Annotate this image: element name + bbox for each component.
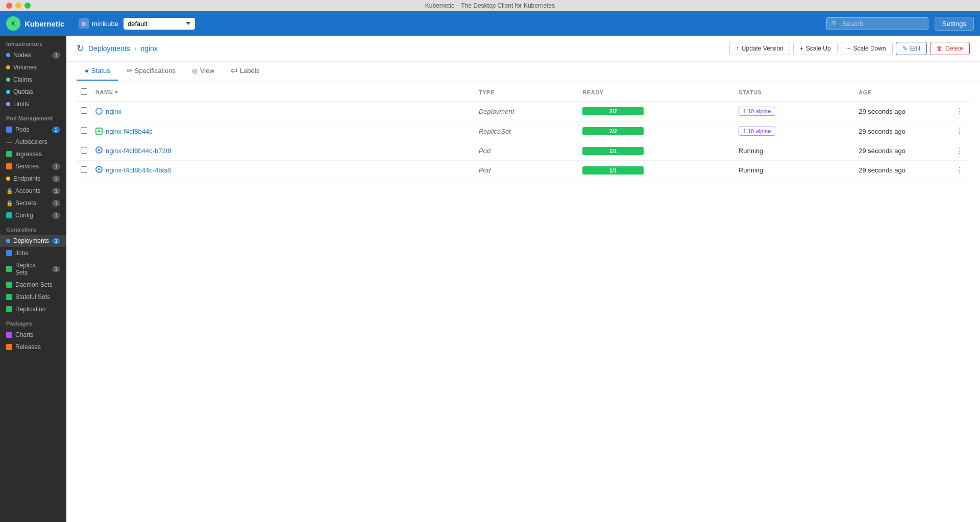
- row-type: ReplicaSet: [475, 121, 578, 141]
- sidebar-item-deployments[interactable]: Deployments 1: [0, 235, 66, 247]
- sidebar-item-stateful-sets[interactable]: Stateful Sets: [0, 291, 66, 303]
- update-version-button[interactable]: ↑ Update Version: [729, 42, 790, 55]
- nodes-label: Nodes: [13, 52, 31, 59]
- secrets-badge: 1: [52, 200, 60, 207]
- autoscalers-icon: —: [6, 139, 12, 145]
- row-checkbox-2[interactable]: [81, 147, 87, 154]
- claims-icon: [6, 78, 10, 82]
- sidebar-item-claims[interactable]: Claims: [0, 73, 66, 86]
- breadcrumb-parent[interactable]: Deployments: [88, 44, 130, 53]
- table-area: NAME ▾ TYPE READY STATUS AGE nginxDeploy…: [66, 81, 980, 522]
- row-name-link-1[interactable]: nginx-f4cf8b44c: [95, 128, 471, 135]
- tab-specifications[interactable]: ✏ Specifications: [118, 62, 184, 81]
- row-status: 1.10-alpine: [734, 102, 854, 121]
- close-button[interactable]: [6, 3, 12, 9]
- ingresses-label: Ingresses: [15, 151, 42, 158]
- packages-section-title: Packages: [0, 315, 66, 329]
- endpoints-icon: [6, 177, 10, 181]
- row-name-link-2[interactable]: nginx-f4cf8b44c-b72t8: [95, 146, 471, 155]
- row-more-button-0[interactable]: ⋮: [949, 102, 970, 121]
- settings-button[interactable]: Settings: [935, 17, 974, 31]
- sidebar-item-daemon-sets[interactable]: Daemon Sets: [0, 279, 66, 291]
- edit-label: Edit: [910, 45, 921, 52]
- sidebar-item-secrets[interactable]: 🔒 Secrets 1: [0, 197, 66, 209]
- sidebar-item-pods[interactable]: Pods 2: [0, 123, 66, 136]
- sidebar-item-charts[interactable]: Charts: [0, 329, 66, 341]
- row-checkbox-3[interactable]: [81, 166, 87, 173]
- claims-label: Claims: [13, 76, 32, 83]
- view-icon: ◎: [192, 67, 198, 74]
- row-more-button-3[interactable]: ⋮: [949, 161, 970, 180]
- sidebar-item-endpoints[interactable]: Endpoints 3: [0, 172, 66, 185]
- daemon-sets-label: Daemon Sets: [15, 281, 53, 288]
- namespace-select[interactable]: default: [124, 18, 195, 30]
- sidebar-item-quotas[interactable]: Quotas: [0, 86, 66, 98]
- deployments-badge: 1: [52, 238, 60, 244]
- resources-table: NAME ▾ TYPE READY STATUS AGE nginxDeploy…: [77, 83, 970, 180]
- delete-label: Delete: [945, 45, 963, 52]
- refresh-button[interactable]: ↻: [77, 44, 84, 53]
- app-name: Kubernetic: [24, 19, 64, 28]
- tab-status[interactable]: ● Status: [77, 62, 118, 81]
- sidebar-item-ingresses[interactable]: Ingresses: [0, 148, 66, 160]
- select-all-checkbox[interactable]: [81, 88, 87, 95]
- row-checkbox-1[interactable]: [81, 127, 87, 134]
- replication-label: Replication: [15, 306, 45, 313]
- sidebar-item-autoscalers[interactable]: — Autoscalers: [0, 136, 66, 148]
- row-status: Running: [734, 141, 854, 161]
- quotas-icon: [6, 90, 10, 94]
- sidebar-item-config[interactable]: Config 1: [0, 209, 66, 221]
- traffic-lights: [6, 3, 31, 9]
- col-header-status: STATUS: [734, 83, 854, 102]
- sidebar-item-limits[interactable]: Limits: [0, 98, 66, 110]
- maximize-button[interactable]: [24, 3, 31, 9]
- sidebar-item-replica-sets[interactable]: Replica Sets 1: [0, 259, 66, 279]
- row-name-text: nginx-f4cf8b44c-b72t8: [106, 147, 172, 155]
- cluster-name: minikube: [92, 20, 118, 28]
- search-input[interactable]: [842, 20, 924, 28]
- sidebar-item-jobs[interactable]: Jobs: [0, 247, 66, 259]
- sidebar-item-nodes[interactable]: Nodes 1: [0, 49, 66, 61]
- sidebar-item-releases[interactable]: Releases: [0, 341, 66, 353]
- sidebar-item-services[interactable]: Services 1: [0, 160, 66, 172]
- row-age: 29 seconds ago: [854, 161, 949, 180]
- svg-point-5: [98, 168, 100, 170]
- breadcrumb-separator: ›: [134, 44, 137, 53]
- minimize-button[interactable]: [15, 3, 21, 9]
- pods-icon: [6, 127, 12, 133]
- secrets-icon: 🔒: [6, 200, 12, 207]
- col-header-name: NAME ▾: [91, 83, 475, 102]
- row-name-text: nginx-f4cf8b44c-4bts8: [106, 166, 171, 174]
- row-name-link-0[interactable]: nginx: [95, 108, 471, 115]
- controllers-section-title: Controllers: [0, 221, 66, 235]
- table-row: nginx-f4cf8b44c-4bts8Pod1/1Running29 sec…: [77, 161, 970, 180]
- svg-point-3: [98, 149, 100, 151]
- sidebar-item-replication[interactable]: Replication: [0, 303, 66, 315]
- endpoints-badge: 3: [52, 176, 60, 182]
- edit-button[interactable]: ✎ Edit: [896, 42, 927, 55]
- row-type: Pod: [475, 161, 578, 180]
- scale-up-button[interactable]: + Scale Up: [793, 42, 838, 55]
- pods-label: Pods: [15, 126, 29, 133]
- row-name-text: nginx-f4cf8b44c: [106, 128, 153, 135]
- tab-labels[interactable]: 🏷 Labels: [223, 62, 267, 81]
- volumes-label: Volumes: [13, 64, 37, 71]
- scale-down-button[interactable]: − Scale Down: [841, 42, 893, 55]
- charts-icon: [6, 332, 12, 338]
- row-name-text: nginx: [106, 108, 121, 115]
- sidebar-item-accounts[interactable]: 🔒 Accounts 1: [0, 185, 66, 197]
- sidebar: Infrastructure Nodes 1 Volumes Claims Qu…: [0, 36, 66, 522]
- row-status: 1.10-alpine: [734, 121, 854, 141]
- sidebar-item-volumes[interactable]: Volumes: [0, 61, 66, 73]
- row-more-button-2[interactable]: ⋮: [949, 141, 970, 161]
- row-name-link-3[interactable]: nginx-f4cf8b44c-4bts8: [95, 166, 471, 175]
- config-icon: [6, 212, 12, 218]
- scale-down-label: Scale Down: [853, 45, 886, 52]
- table-row: nginx-f4cf8b44c-b72t8Pod1/1Running29 sec…: [77, 141, 970, 161]
- quotas-label: Quotas: [13, 88, 33, 95]
- row-more-button-1[interactable]: ⋮: [949, 121, 970, 141]
- row-checkbox-0[interactable]: [81, 107, 87, 114]
- delete-button[interactable]: 🗑 Delete: [930, 42, 970, 55]
- tab-view[interactable]: ◎ View: [184, 62, 223, 81]
- row-type: Deployment: [475, 102, 578, 121]
